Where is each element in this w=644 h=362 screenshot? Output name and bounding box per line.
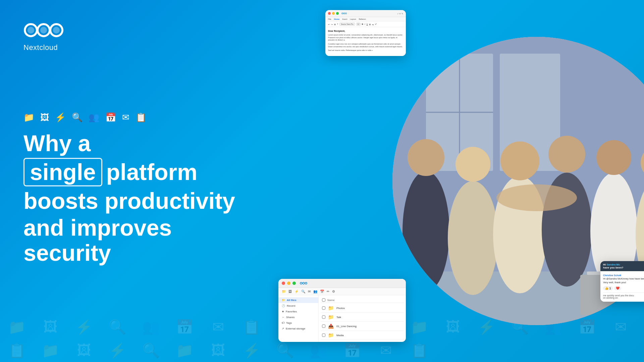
brand-name: Nextcloud xyxy=(23,43,245,52)
chat-screenshot: Hi Sandra Mc have you been? Christine Sc… xyxy=(600,261,644,302)
chat-reaction-1[interactable]: 👍 1 xyxy=(603,286,613,290)
file-checkbox[interactable] xyxy=(322,324,325,328)
search-icon: 🔍 xyxy=(72,112,83,123)
chat-header-status: have you been? xyxy=(603,266,623,269)
doc-sub[interactable]: x₂ xyxy=(372,23,374,25)
doc-menu: File Home Insert Layout Referen xyxy=(325,17,406,21)
doc-toolbar: ↩ ↪ ⊞ T Source Sans Pro 12 B I U S̶ x₂ x… xyxy=(325,21,406,27)
file-checkbox[interactable] xyxy=(322,334,325,337)
contacts-icon: 👥 xyxy=(89,112,99,123)
svg-point-34 xyxy=(303,282,305,284)
files-nav-edit[interactable]: ✏ xyxy=(327,290,329,293)
files-nav-files[interactable]: 📁 xyxy=(282,290,286,293)
sidebar-item-shares[interactable]: ↔ Shares xyxy=(278,314,318,320)
files-nav-contacts[interactable]: 👥 xyxy=(313,290,317,293)
chat-header: Hi Sandra Mc have you been? xyxy=(600,261,644,271)
files-name-col-header: Name xyxy=(327,299,334,302)
doc-sup[interactable]: x² xyxy=(375,23,377,25)
sidebar-item-recent[interactable]: 🕐 Recent xyxy=(278,303,318,309)
doc-maximize-btn[interactable] xyxy=(336,12,339,15)
logo-mark xyxy=(23,20,245,40)
doc-menu-insert[interactable]: Insert xyxy=(342,18,347,20)
doc-undo-icon[interactable]: ↩ xyxy=(328,23,330,25)
doc-greeting: Dear Recipient, xyxy=(328,30,403,32)
shared-folder-icon: 📤 xyxy=(328,323,334,329)
chat-reactions: 👍 1 ❤️ xyxy=(603,286,644,290)
chat-reaction-heart[interactable]: ❤️ xyxy=(614,286,621,290)
doc-menu-file[interactable]: File xyxy=(328,18,331,20)
file-checkbox[interactable] xyxy=(322,306,325,310)
svg-point-32 xyxy=(345,13,346,14)
files-nav-calendar[interactable]: 📅 xyxy=(320,290,324,293)
doc-title: ✓ ✕ ✎ xyxy=(397,12,403,15)
tags-label: Tags xyxy=(286,321,292,324)
files-select-all[interactable] xyxy=(322,298,325,302)
table-row[interactable]: 📤 01_Line Dancing xyxy=(321,322,404,331)
files-nav-icons: 📁 🖼 ⚡ 🔍 ✉ 👥 📅 ✏ ⚙ xyxy=(278,288,406,295)
doc-underline[interactable]: U xyxy=(367,23,368,25)
svg-point-30 xyxy=(342,13,343,14)
doc-strikethrough[interactable]: S̶ xyxy=(369,23,371,25)
list-item: Christine Schott Hi @Sandra McKinney how… xyxy=(603,274,644,284)
svg-point-35 xyxy=(305,282,307,284)
files-screenshot: 📁 🖼 ⚡ 🔍 ✉ 👥 📅 ✏ ⚙ 📁 All files 🕐 Recent xyxy=(278,279,406,342)
svg-point-4 xyxy=(40,27,47,34)
allfiles-icon: 📁 xyxy=(282,299,285,302)
folder-icon: 📁 xyxy=(328,305,334,311)
files-close-btn[interactable] xyxy=(282,282,285,285)
doc-para1: Lorem ipsum dolor sit amet, consectetur … xyxy=(328,34,403,42)
headline-platform: platform xyxy=(106,160,198,185)
files-column-header: Name xyxy=(321,297,404,303)
files-nav-search[interactable]: 🔍 xyxy=(301,290,305,293)
files-minimize-btn[interactable] xyxy=(287,282,290,285)
notes-icon: 📋 xyxy=(136,112,146,123)
doc-italic[interactable]: I xyxy=(365,23,365,25)
mail-icon: ✉ xyxy=(122,112,129,123)
svg-point-33 xyxy=(300,282,302,284)
files-main: Name 📁 Photos 📁 Talk 📤 01_Line Dancing xyxy=(319,295,406,342)
folder-icon: 📁 xyxy=(328,333,334,338)
favorites-icon: ★ xyxy=(282,310,284,313)
doc-menu-layout[interactable]: Layout xyxy=(350,18,356,20)
logo-container: Nextcloud xyxy=(23,20,245,52)
calendar-icon: 📅 xyxy=(105,112,116,123)
svg-point-5 xyxy=(53,27,60,34)
sidebar-item-favorites[interactable]: ★ Favorites xyxy=(278,309,318,314)
recent-label: Recent xyxy=(287,304,295,307)
doc-format-icon[interactable]: ⊞ xyxy=(334,23,336,25)
sidebar-item-external[interactable]: ↗ External storage xyxy=(278,326,318,331)
file-checkbox[interactable] xyxy=(322,315,325,319)
app-icons-row: 📁 🖼 ⚡ 🔍 👥 📅 ✉ 📋 xyxy=(23,112,245,123)
file-name: 01_Line Dancing xyxy=(336,325,357,328)
table-row[interactable]: 📁 Talk xyxy=(321,313,404,322)
files-nav-mail[interactable]: ✉ xyxy=(308,290,311,293)
doc-font-size-input[interactable]: 12 xyxy=(356,23,361,25)
doc-bold[interactable]: B xyxy=(362,23,363,25)
doc-para3: Sed vel mauris nulla. Pellentesque porta… xyxy=(328,49,403,52)
doc-body: Dear Recipient, Lorem ipsum dolor sit am… xyxy=(325,27,406,56)
table-row[interactable]: 📁 Media xyxy=(321,331,404,340)
sidebar-item-allfiles[interactable]: 📁 All files xyxy=(278,297,318,303)
doc-font-select[interactable]: Source Sans Pro xyxy=(339,23,355,25)
files-nav-activity[interactable]: ⚡ xyxy=(294,290,299,293)
table-row[interactable]: 📁 Photos xyxy=(321,304,404,313)
shares-icon: ↔ xyxy=(282,316,284,319)
chat-reply: Very well, thank you! xyxy=(603,281,644,285)
sidebar-item-tags[interactable]: 🏷 Tags xyxy=(278,320,318,326)
document-screenshot: ✓ ✕ ✎ File Home Insert Layout Referen ↩ … xyxy=(325,10,406,56)
doc-menu-home[interactable]: Home xyxy=(334,18,340,20)
doc-minimize-btn[interactable] xyxy=(332,12,335,15)
doc-font-size: T xyxy=(337,23,338,25)
doc-redo-icon[interactable]: ↪ xyxy=(331,23,333,25)
doc-close-btn[interactable] xyxy=(328,12,331,15)
files-sidebar: 📁 All files 🕐 Recent ★ Favorites ↔ Share… xyxy=(278,295,319,342)
files-nav-photos[interactable]: 🖼 xyxy=(288,290,292,293)
chat-sender: Christine Schott xyxy=(603,274,644,277)
chat-header-user: Hi xyxy=(603,263,606,266)
headline-line4: and improves security xyxy=(23,215,245,265)
files-nav-settings[interactable]: ⚙ xyxy=(332,290,335,293)
files-maximize-btn[interactable] xyxy=(292,282,296,285)
chat-text: Hi @Sandra McKinney how have been? xyxy=(603,277,644,281)
doc-titlebar: ✓ ✕ ✎ xyxy=(325,10,406,17)
doc-menu-referen[interactable]: Referen xyxy=(359,18,366,20)
